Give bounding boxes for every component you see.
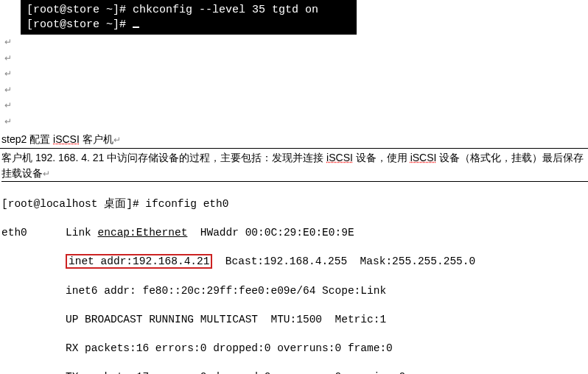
text [1,255,66,267]
text: HWaddr 00:0C:29:E0:E0:9E [187,227,354,239]
ifconfig-line: TX packets:17 errors:0 dropped:0 overrun… [1,370,588,374]
inet-addr-highlight: inet addr:192.168.4.21 [66,254,212,269]
paragraph-mark: ↵ [4,82,588,99]
step2-suffix: 客户机 [80,133,113,145]
text: 设备，使用 [353,152,410,163]
paragraph-mark: ↵ [4,114,588,130]
paragraph-mark: ↵ [4,66,588,82]
terminal-line: [root@store ~]# [27,18,133,31]
paragraph-mark: ↵ [4,35,588,51]
ifconfig-line: inet addr:192.168.4.21 Bcast:192.168.4.2… [1,255,588,269]
paragraph-mark: ↵ [113,135,121,145]
ifconfig-output: [root@localhost 桌面]# ifconfig eth0 eth0 … [1,181,588,374]
step2-heading: step2 配置 iSCSI 客户机↵ [1,133,588,147]
iscsi-word: iSCSI [410,152,437,163]
terminal-chkconfig: [root@store ~]# chkconfig --level 35 tgt… [21,0,357,35]
iscsi-word: iSCSI [53,133,80,145]
paragraph-mark: ↵ [43,169,50,179]
terminal-line: [root@store ~]# chkconfig --level 35 tgt… [27,4,318,16]
text: Bcast:192.168.4.255 Mask:255.255.255.0 [212,255,475,267]
divider [0,148,588,149]
encap-underline: encap:Ethernet [98,227,188,239]
client-description: 客户机 192. 168. 4. 21 中访问存储设备的过程，主要包括：发现并连… [1,150,588,181]
paragraph-mark: ↵ [4,51,588,67]
iscsi-word: iSCSI [326,152,353,163]
step2-prefix: step2 配置 [1,133,53,145]
text: 客户机 192. 168. 4. 21 中访问存储设备的过程，主要包括：发现并连… [1,152,326,163]
ifconfig-line: [root@localhost 桌面]# ifconfig eth0 [1,197,588,212]
ifconfig-line: eth0 Link encap:Ethernet HWaddr 00:0C:29… [1,226,588,241]
text: eth0 Link [1,227,98,239]
ifconfig-line: inet6 addr: fe80::20c:29ff:fee0:e09e/64 … [1,284,588,299]
ifconfig-line: RX packets:16 errors:0 dropped:0 overrun… [1,342,588,356]
cursor-icon [133,27,139,28]
paragraph-mark: ↵ [4,98,588,114]
ifconfig-line: UP BROADCAST RUNNING MULTICAST MTU:1500 … [1,313,588,328]
